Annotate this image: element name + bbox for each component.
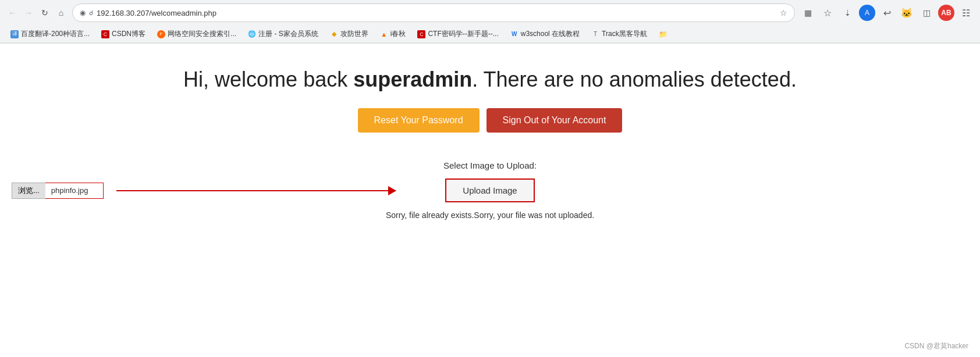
address-bar[interactable]: ◉ ☌ ☆ xyxy=(72,3,795,22)
back-button[interactable]: ← xyxy=(6,6,19,19)
csdn-icon2: C xyxy=(417,30,425,38)
bookmark-w3school[interactable]: W w3school 在线教程 xyxy=(506,28,584,40)
file-name-display: phpinfo.jpg xyxy=(45,183,104,199)
back-arrow-icon[interactable]: ↩ xyxy=(879,5,895,21)
security-icon: ◉ xyxy=(80,9,86,17)
bookmark-sjia[interactable]: 🌐 注册 - S家会员系统 xyxy=(243,28,323,40)
arrow-container xyxy=(116,190,396,191)
bookmark-label: CSDN博客 xyxy=(112,29,145,39)
bookmark-label: CTF密码学--新手题--... xyxy=(428,29,498,39)
forward-button[interactable]: → xyxy=(22,6,35,19)
bookmark-csdn[interactable]: C CSDN博客 xyxy=(97,28,150,40)
bookmarks-bar: 译 百度翻译-200种语言... C CSDN博客 F 网络空间安全搜索引...… xyxy=(0,26,980,43)
bookmark-label: 百度翻译-200种语言... xyxy=(21,29,90,39)
lock-icon: ☌ xyxy=(89,9,93,17)
home-button[interactable]: ⌂ xyxy=(55,6,68,19)
bookmark-folder-icon: 📁 xyxy=(659,30,667,38)
mascot-icon[interactable]: 🐱 xyxy=(899,5,915,21)
upload-section: Select Image to Upload: 浏览... phpinfo.jp… xyxy=(12,160,968,220)
site-icon: ◆ xyxy=(330,30,338,38)
extensions-icon[interactable]: ▦ xyxy=(800,5,816,21)
browser-chrome: ← → ↻ ⌂ ◉ ☌ ☆ ▦ ☆ ⇣ A ↩ 🐱 ◫ AB ☷ 译 百度翻译-… xyxy=(0,0,980,44)
arrow-line xyxy=(116,190,396,191)
file-input-container: 浏览... phpinfo.jpg xyxy=(12,183,104,199)
profile-icon[interactable]: A xyxy=(859,5,875,21)
toolbar-actions: ▦ ☆ ⇣ A ↩ 🐱 ◫ AB ☷ xyxy=(800,5,974,21)
track-icon: T xyxy=(591,30,599,38)
file-browse-button[interactable]: 浏览... xyxy=(12,183,45,199)
upload-label: Select Image to Upload: xyxy=(443,160,537,170)
user-avatar[interactable]: AB xyxy=(938,5,954,21)
upload-form-row: 浏览... phpinfo.jpg Upload Image xyxy=(12,178,968,202)
bookmark-label: w3school 在线教程 xyxy=(521,29,580,39)
bookmark-baidu[interactable]: 译 百度翻译-200种语言... xyxy=(6,28,94,40)
bookmark-more[interactable]: 📁 xyxy=(654,29,672,40)
baidu-icon: 译 xyxy=(10,30,19,38)
welcome-suffix: . There are no anomalies detected. xyxy=(472,67,797,91)
nav-buttons: ← → ↻ ⌂ xyxy=(6,6,68,19)
bookmark-netsec[interactable]: F 网络空间安全搜索引... xyxy=(152,28,241,40)
globe-icon: 🌐 xyxy=(248,30,256,38)
star-icon[interactable]: ☆ xyxy=(780,8,787,17)
bookmark-label: 注册 - S家会员系统 xyxy=(258,29,318,39)
download-icon[interactable]: ⇣ xyxy=(839,5,855,21)
address-input[interactable] xyxy=(97,9,776,17)
sign-out-button[interactable]: Sign Out of Your Account xyxy=(487,108,623,133)
cast-icon[interactable]: ◫ xyxy=(918,5,935,21)
bookmark-ichunqiu[interactable]: ▲ i春秋 xyxy=(375,28,411,40)
csdn-icon: C xyxy=(101,30,109,38)
reload-button[interactable]: ↻ xyxy=(38,6,51,19)
error-message: Sorry, file already exists.Sorry, your f… xyxy=(386,210,594,220)
reset-password-button[interactable]: Reset Your Password xyxy=(358,108,480,133)
bookmark-label: i春秋 xyxy=(390,29,406,39)
bookmark-label: 网络空间安全搜索引... xyxy=(168,29,236,39)
w3-icon: W xyxy=(510,30,519,38)
site-icon2: ▲ xyxy=(380,30,388,38)
browser-toolbar: ← → ↻ ⌂ ◉ ☌ ☆ ▦ ☆ ⇣ A ↩ 🐱 ◫ AB ☷ xyxy=(0,0,980,26)
bookmarks-icon[interactable]: ☷ xyxy=(958,5,974,21)
bookmark-label: Track黑客导航 xyxy=(602,29,647,39)
welcome-heading: Hi, welcome back superadmin. There are n… xyxy=(183,67,797,92)
bookmark-icon[interactable]: ☆ xyxy=(819,5,836,21)
bookmark-label: 攻防世界 xyxy=(340,29,368,39)
upload-image-button[interactable]: Upload Image xyxy=(445,178,534,202)
bookmark-ctf[interactable]: C CTF密码学--新手题--... xyxy=(413,28,503,40)
username: superadmin xyxy=(353,67,472,91)
button-row: Reset Your Password Sign Out of Your Acc… xyxy=(358,108,623,133)
bookmark-攻防世界[interactable]: ◆ 攻防世界 xyxy=(325,28,373,40)
ff-icon: F xyxy=(157,30,165,38)
page-footer: CSDN @君莫hacker xyxy=(904,341,968,351)
page-content: Hi, welcome back superadmin. There are n… xyxy=(0,44,980,357)
bookmark-track[interactable]: T Track黑客导航 xyxy=(587,28,652,40)
